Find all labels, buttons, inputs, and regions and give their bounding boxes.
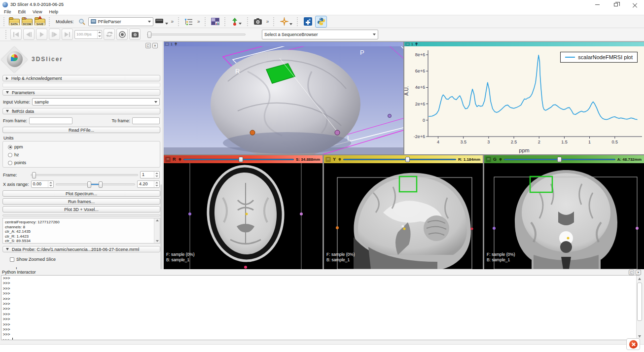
pin-icon[interactable] bbox=[415, 42, 418, 46]
panel-undock-icon[interactable]: ◱ bbox=[145, 43, 151, 48]
collapse-slice-button[interactable]: – bbox=[325, 157, 331, 162]
read-pfile-button[interactable]: Read PFile... bbox=[2, 127, 160, 133]
plot-3d-voxel-button[interactable]: Plot 3D + Voxel... bbox=[2, 206, 160, 212]
radio-points[interactable]: points bbox=[7, 160, 160, 165]
toolbar-overflow-chevron[interactable]: » bbox=[170, 19, 175, 24]
scroll-up-icon[interactable] bbox=[638, 278, 641, 280]
fps-input[interactable] bbox=[75, 31, 97, 38]
help-acknowledgement-section[interactable]: Help & Acknowledgement bbox=[2, 75, 160, 81]
frame-slider[interactable] bbox=[31, 174, 138, 176]
module-selector[interactable]: PFileParser bbox=[88, 17, 153, 26]
xaxis-range-slider[interactable] bbox=[56, 183, 135, 185]
crosshair-button[interactable] bbox=[279, 16, 293, 27]
sequence-browser-toolbar-button[interactable] bbox=[230, 16, 244, 27]
pin-icon[interactable] bbox=[499, 158, 502, 161]
threeD-view-header[interactable]: – 1 bbox=[164, 42, 403, 46]
fmrsi-data-section[interactable]: fMRSI data bbox=[2, 108, 160, 114]
toolbar-handle[interactable] bbox=[5, 30, 7, 39]
sequence-slider-handle[interactable] bbox=[147, 32, 151, 38]
from-frame-input[interactable] bbox=[29, 117, 72, 124]
loop-button[interactable] bbox=[104, 29, 115, 40]
snapshot-button[interactable] bbox=[129, 29, 141, 40]
restore-button[interactable] bbox=[607, 0, 625, 9]
slice-offset-slider-green[interactable] bbox=[504, 157, 615, 162]
toolbar-handle[interactable] bbox=[3, 17, 5, 26]
sequence-browser-selector[interactable]: Select a SequenceBrowser bbox=[262, 30, 378, 39]
first-frame-button[interactable] bbox=[10, 29, 22, 40]
sequence-slider[interactable] bbox=[147, 34, 246, 35]
layout-selector-button[interactable] bbox=[210, 16, 221, 27]
show-zoomed-slice-checkbox[interactable] bbox=[10, 257, 14, 262]
threeD-view[interactable]: – 1 R P L bbox=[164, 42, 403, 154]
slice-header-green[interactable]: – G A: 48.732mm bbox=[484, 155, 644, 163]
slice-offset-slider-red[interactable] bbox=[183, 157, 294, 162]
python-console[interactable]: >>>>>>>>>>>>>>>>>>>>>>>>>>>>>>>>>>>>>>> bbox=[1, 275, 640, 340]
collapse-view-button[interactable]: – bbox=[405, 42, 410, 46]
chart-view[interactable]: – 1 43.532.521.510.5-2e+602e+64e+66e+68e… bbox=[404, 42, 644, 154]
slice-header-yellow[interactable]: – Y R: 1.184mm bbox=[324, 155, 483, 163]
scroll-down-icon[interactable] bbox=[638, 335, 641, 338]
radio-ppm[interactable]: ppm bbox=[7, 144, 160, 149]
python-scrollbar[interactable] bbox=[636, 276, 643, 340]
xaxis-max-spinbox[interactable]: 4.20 bbox=[137, 180, 160, 188]
radio-hz[interactable]: hz bbox=[7, 152, 160, 157]
frame-slider-handle[interactable] bbox=[32, 172, 36, 178]
xaxis-min-spinbox[interactable]: 0.00 bbox=[31, 180, 54, 188]
pin-icon[interactable] bbox=[338, 158, 341, 161]
range-handle-min[interactable] bbox=[87, 181, 91, 188]
menu-edit[interactable]: Edit bbox=[18, 9, 26, 14]
previous-frame-button[interactable] bbox=[23, 29, 35, 40]
info-scrollbar[interactable] bbox=[154, 218, 160, 243]
fps-spinbox[interactable] bbox=[74, 30, 102, 39]
info-textarea[interactable]: centralFrequency: 1277127260channels: 8c… bbox=[2, 218, 160, 244]
to-frame-input[interactable] bbox=[132, 117, 160, 124]
data-probe-section[interactable]: Data Probe: C:/dev/1.namic/secuencia...2… bbox=[2, 246, 160, 252]
last-frame-button[interactable] bbox=[62, 29, 73, 40]
python-interactor-button[interactable] bbox=[315, 16, 327, 28]
slice-slider-handle[interactable] bbox=[405, 157, 410, 162]
module-search-button[interactable] bbox=[77, 16, 86, 27]
play-button[interactable] bbox=[36, 29, 47, 40]
frame-spinbox[interactable]: 1 bbox=[140, 171, 160, 178]
collapse-slice-button[interactable]: – bbox=[486, 157, 491, 162]
collapse-slice-button[interactable]: – bbox=[165, 157, 171, 162]
menu-help[interactable]: Help bbox=[49, 9, 58, 14]
load-dicom-button[interactable]: ••DCOM bbox=[22, 16, 33, 27]
slice-view-green[interactable]: – G A: 48.732mm F: sample (0%) B: sample… bbox=[484, 155, 644, 269]
menu-view[interactable]: View bbox=[33, 9, 42, 14]
pin-icon[interactable] bbox=[174, 42, 178, 46]
save-button[interactable]: SAVE bbox=[35, 16, 45, 27]
slice-header-red[interactable]: – R S: 34.888mm bbox=[164, 155, 322, 163]
module-history-button[interactable] bbox=[155, 16, 168, 27]
toolbar-overflow-chevron[interactable]: » bbox=[265, 19, 270, 24]
slice-view-red[interactable]: – R S: 34.888mm F: sample (0%) B: sample… bbox=[164, 155, 322, 269]
scroll-thumb[interactable] bbox=[637, 282, 642, 321]
chart-view-header[interactable]: – 1 bbox=[404, 42, 644, 46]
extensions-manager-button[interactable] bbox=[302, 16, 313, 27]
error-log-button[interactable] bbox=[626, 338, 640, 350]
close-button[interactable] bbox=[625, 0, 644, 9]
minimize-button[interactable] bbox=[588, 0, 607, 9]
next-frame-button[interactable] bbox=[49, 29, 60, 40]
load-data-button[interactable]: DATA bbox=[9, 16, 20, 27]
chart-canvas[interactable]: 43.532.521.510.5-2e+602e+64e+66e+68e+6 A… bbox=[404, 46, 644, 154]
parameters-section[interactable]: Parameters bbox=[2, 89, 160, 96]
menu-file[interactable]: File bbox=[4, 9, 11, 14]
python-close-icon[interactable]: ✕ bbox=[636, 270, 641, 275]
plot-spectrum-button[interactable]: Plot Spectrum... bbox=[2, 190, 160, 197]
collapse-view-button[interactable]: – bbox=[165, 42, 169, 46]
slice-view-yellow[interactable]: – Y R: 1.184mm F: sample (0%) B: sample_… bbox=[324, 155, 483, 269]
pin-icon[interactable] bbox=[178, 158, 181, 161]
collapsed-divider[interactable] bbox=[2, 214, 160, 216]
show-zoomed-slice-row[interactable]: Show Zoomed Slice bbox=[9, 257, 161, 262]
screen-capture-button[interactable] bbox=[252, 16, 263, 27]
range-handle-max[interactable] bbox=[99, 181, 103, 188]
slice-offset-slider-yellow[interactable] bbox=[343, 157, 456, 162]
input-volume-selector[interactable]: sample bbox=[32, 98, 160, 106]
view-controllers-button[interactable] bbox=[183, 16, 194, 27]
python-undock-icon[interactable]: ◱ bbox=[629, 270, 634, 275]
run-frames-button[interactable]: Run frames... bbox=[2, 198, 160, 205]
record-button[interactable] bbox=[116, 29, 128, 40]
slice-slider-handle[interactable] bbox=[239, 157, 243, 162]
slice-slider-handle[interactable] bbox=[557, 157, 562, 162]
